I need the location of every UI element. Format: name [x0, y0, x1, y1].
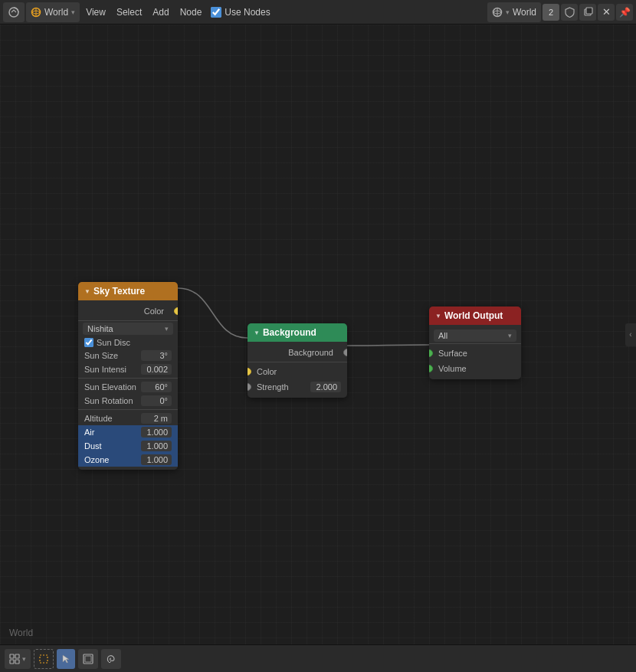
sun-disc-label: Sun Disc [97, 338, 130, 347]
altitude-value[interactable]: 2 m [141, 413, 172, 424]
background-title: Background [263, 327, 316, 338]
cursor-tool-button[interactable] [57, 649, 75, 669]
world-output-title: World Output [444, 310, 503, 321]
select-menu-button[interactable]: Select [112, 2, 146, 22]
sky-texture-body: Color Nishita ▾ Sun Disc Sun Size 3° S [78, 300, 178, 470]
bg-strength-in-socket [248, 383, 251, 391]
sky-type-dropdown[interactable]: Nishita ▾ [83, 323, 173, 335]
world-output-dropdown[interactable]: All ▾ [434, 329, 516, 342]
use-nodes-label: Use Nodes [225, 7, 270, 18]
sun-size-value[interactable]: 3° [141, 350, 172, 361]
dust-row: Dust 1.000 [78, 439, 178, 453]
bg-output-label: Background [254, 348, 338, 357]
lasso-tool-button[interactable] [101, 649, 121, 669]
sky-color-output-row: Color [78, 303, 178, 319]
altitude-row: Altitude 2 m [78, 411, 178, 425]
bg-output-row: Background [248, 345, 347, 360]
sky-color-label: Color [84, 306, 169, 316]
bg-collapse-tri[interactable]: ▼ [254, 329, 260, 336]
bg-output-socket [343, 349, 347, 356]
wo-surface-row: Surface [429, 346, 521, 361]
add-menu-button[interactable]: Add [148, 2, 173, 22]
bg-strength-row: Strength 2.000 [248, 379, 347, 395]
collapse-panel-button[interactable]: ‹ [625, 323, 636, 346]
sun-disc-row: Sun Disc [78, 336, 178, 349]
close-datablock-button[interactable]: ✕ [598, 4, 615, 21]
background-header: ▼ Background [248, 323, 347, 342]
world-output-header: ▼ World Output [429, 306, 521, 325]
world-output-node[interactable]: ▼ World Output All ▾ Surface Volume [429, 306, 521, 379]
editor-type-button[interactable] [3, 2, 25, 22]
topbar-world-name: World [513, 7, 536, 18]
svg-rect-6 [586, 8, 592, 14]
bg-color-in-socket [248, 368, 251, 375]
copy-datablock-button[interactable] [579, 4, 596, 21]
wo-volume-row: Volume [429, 361, 521, 376]
node-editor-canvas[interactable]: ‹ ▼ Sky Texture Color Nishita ▾ [0, 25, 636, 644]
sun-size-label: Sun Size [84, 351, 118, 360]
sky-texture-header: ▼ Sky Texture [78, 282, 178, 300]
shield-button[interactable] [561, 4, 578, 21]
use-nodes-toggle[interactable]: Use Nodes [208, 7, 273, 18]
wo-volume-label: Volume [438, 364, 467, 373]
ozone-label: Ozone [84, 455, 109, 464]
sun-intensity-row: Sun Intensi 0.002 [78, 362, 178, 376]
background-node[interactable]: ▼ Background Background Color Strength 2… [248, 323, 347, 398]
world-display: ▾ World [487, 2, 541, 22]
world-output-body: All ▾ Surface Volume [429, 325, 521, 379]
svg-rect-9 [10, 660, 14, 664]
sun-intensity-value[interactable]: 0.002 [141, 364, 172, 375]
viewport-overlay-button[interactable]: ▾ [5, 649, 31, 669]
node-collapse-tri[interactable]: ▼ [84, 288, 90, 295]
svg-rect-13 [85, 656, 91, 662]
wo-volume-socket [429, 365, 433, 372]
sun-size-row: Sun Size 3° [78, 349, 178, 362]
world-dropdown[interactable]: World ▾ [26, 2, 80, 22]
svg-rect-11 [40, 655, 48, 663]
svg-rect-10 [15, 660, 19, 664]
sky-texture-node[interactable]: ▼ Sky Texture Color Nishita ▾ Sun Disc [78, 282, 178, 470]
altitude-label: Altitude [84, 414, 113, 423]
background-body: Background Color Strength 2.000 [248, 342, 347, 398]
bg-strength-value[interactable]: 2.000 [310, 382, 341, 392]
world-label: World [44, 7, 68, 18]
sky-color-socket [174, 307, 178, 315]
dust-label: Dust [84, 441, 102, 451]
wo-collapse-tri[interactable]: ▼ [435, 313, 441, 320]
sun-intensity-label: Sun Intensi [84, 365, 126, 374]
sun-rotation-value[interactable]: 0° [141, 395, 172, 406]
view-menu-button[interactable]: View [81, 2, 110, 22]
ozone-row: Ozone 1.000 [78, 453, 178, 467]
use-nodes-checkbox[interactable] [211, 7, 221, 18]
user-count-badge: 2 [543, 4, 559, 21]
air-label: Air [84, 428, 94, 437]
bg-color-label: Color [257, 367, 277, 376]
air-value[interactable]: 1.000 [141, 427, 172, 438]
sun-elevation-value[interactable]: 60° [141, 382, 172, 392]
dropdown-chevron: ▾ [165, 325, 169, 333]
canvas-world-label: World [9, 628, 33, 638]
wo-surface-socket [429, 349, 433, 357]
svg-rect-7 [10, 654, 14, 658]
node-menu-button[interactable]: Node [175, 2, 207, 22]
world-output-type: All [438, 331, 447, 340]
bottom-toolbar: ▾ [0, 644, 636, 672]
bg-strength-label: Strength [257, 382, 289, 392]
pin-button[interactable]: 📌 [616, 4, 633, 21]
dust-value[interactable]: 1.000 [141, 441, 172, 451]
wo-surface-label: Surface [438, 349, 467, 358]
select-box-tool[interactable] [34, 649, 54, 669]
sky-type-value: Nishita [87, 324, 113, 333]
bg-color-input-row: Color [248, 364, 347, 379]
sun-elevation-label: Sun Elevation [84, 382, 136, 392]
air-row: Air 1.000 [78, 425, 178, 439]
sun-rotation-label: Sun Rotation [84, 396, 133, 405]
wo-dropdown-chevron: ▾ [508, 332, 512, 339]
ozone-value[interactable]: 1.000 [141, 454, 172, 465]
sun-disc-checkbox[interactable] [84, 338, 93, 347]
svg-rect-8 [15, 654, 19, 658]
select-tool-button[interactable] [78, 649, 98, 669]
sun-rotation-row: Sun Rotation 0° [78, 394, 178, 408]
sun-elevation-row: Sun Elevation 60° [78, 380, 178, 394]
sky-texture-title: Sky Texture [93, 286, 145, 297]
